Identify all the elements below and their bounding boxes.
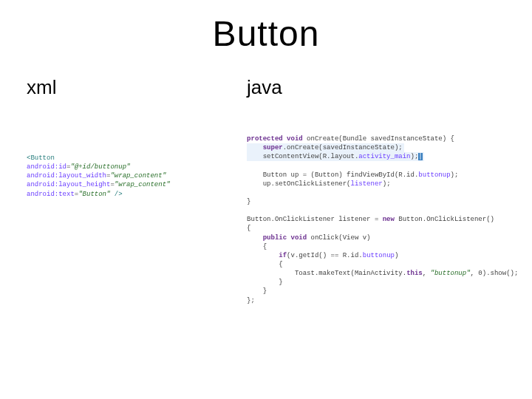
col-xml: xml <Buttonandroid:id="@+id/buttonup"and…: [27, 76, 247, 305]
code-line: }: [247, 197, 505, 206]
code-line: android:text="Button" />: [27, 190, 247, 199]
code-line: {: [247, 260, 505, 269]
code-line: android:layout_height="wrap_content": [27, 180, 247, 189]
heading-xml: xml: [27, 76, 247, 99]
col-java: java protected void onCreate(Bundle save…: [247, 76, 505, 305]
code-line: {: [247, 242, 505, 251]
code-line: [247, 188, 505, 197]
code-line: };: [247, 296, 505, 305]
code-line: {: [247, 224, 505, 233]
code-line: public void onClick(View v): [247, 233, 505, 242]
slide: Button xml <Buttonandroid:id="@+id/butto…: [0, 13, 532, 399]
code-xml: <Buttonandroid:id="@+id/buttonup"android…: [27, 154, 247, 199]
code-line: super.onCreate(savedInstanceState);: [247, 143, 505, 152]
code-line: <Button: [27, 154, 247, 163]
code-line: if(v.getId() == R.id.buttonup): [247, 251, 505, 260]
code-line: setContentView(R.layout.activity_main);|: [247, 152, 505, 161]
code-line: up.setOnClickListener(listener);: [247, 180, 505, 188]
columns: xml <Buttonandroid:id="@+id/buttonup"and…: [0, 76, 532, 305]
code-line: android:layout_width="wrap_content": [27, 171, 247, 180]
page-title: Button: [0, 13, 532, 54]
code-line: protected void onCreate(Bundle savedInst…: [247, 134, 505, 143]
code-java: protected void onCreate(Bundle savedInst…: [247, 134, 505, 305]
code-line: [247, 161, 505, 170]
code-line: }: [247, 278, 505, 287]
code-line: Button up = (Button) findViewById(R.id.b…: [247, 171, 505, 180]
code-line: }: [247, 287, 505, 296]
heading-java: java: [247, 76, 505, 99]
code-line: [247, 206, 505, 215]
code-line: android:id="@+id/buttonup": [27, 163, 247, 171]
code-line: Button.OnClickListener listener = new Bu…: [247, 215, 505, 224]
code-line: Toast.makeText(MainActivity.this, "butto…: [247, 269, 505, 278]
